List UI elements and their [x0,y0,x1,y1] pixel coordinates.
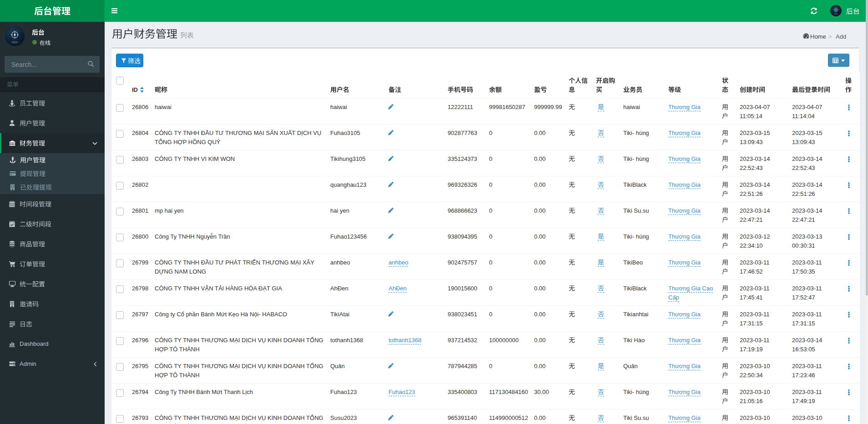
svg-text:- 2022 -: - 2022 - [10,41,19,44]
svg-text:- 2022 -: - 2022 - [833,13,839,15]
